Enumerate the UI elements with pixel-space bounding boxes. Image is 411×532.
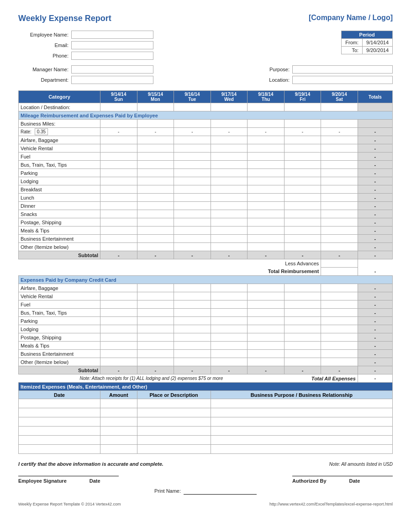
less-advances-row: Less Advances xyxy=(19,259,393,268)
expense-table: Category 9/14/14 Sun 9/15/14 Mon 9/16/14… xyxy=(18,90,393,454)
employee-info-section: Employee Name: Email: Phone: Period From… xyxy=(18,31,393,61)
loc-sun[interactable] xyxy=(100,103,137,111)
authorized-by-label: Authorized By xyxy=(292,478,327,484)
total-reimb-value xyxy=(321,268,358,276)
department-input[interactable] xyxy=(71,76,153,84)
phone-label: Phone: xyxy=(18,53,68,58)
employee-sig-block: Employee Signature Date xyxy=(18,476,119,484)
signature-section: Employee Signature Date Authorized By Da… xyxy=(18,476,393,484)
from-value[interactable]: 9/14/2014 xyxy=(363,39,393,47)
total-reimb-label: Total Reimbursement xyxy=(19,268,321,276)
email-input[interactable] xyxy=(71,41,153,49)
authorized-sig-block: Authorized By Date xyxy=(292,476,393,484)
total-reimb-dash: - xyxy=(358,268,392,276)
s2-item-8: Business Entertainment - xyxy=(19,350,393,358)
total-reimbursement-row: Total Reimbursement - xyxy=(19,268,393,276)
location-label: Location: xyxy=(239,77,290,83)
itemized-row-6 xyxy=(19,445,393,454)
department-label: Department: xyxy=(18,77,68,83)
print-name-input[interactable] xyxy=(184,487,257,495)
itemized-row-3 xyxy=(19,417,393,427)
s1-item-10: Postage, Shipping - xyxy=(19,218,393,226)
employee-name-input[interactable] xyxy=(71,31,153,39)
bm-thu[interactable] xyxy=(248,120,285,128)
s2-item-2: Fuel - xyxy=(19,300,393,309)
totals-header: Totals xyxy=(358,91,392,103)
less-advances-input[interactable] xyxy=(321,259,358,268)
day-header-3: 9/17/14 Wed xyxy=(211,91,248,103)
bm-mon[interactable] xyxy=(137,120,174,128)
rate-total: - xyxy=(358,128,392,136)
day-header-1: 9/15/14 Mon xyxy=(137,91,174,103)
rate-value[interactable]: 0.35 xyxy=(35,128,48,135)
note-usd: Note: All amounts listed in USD xyxy=(329,462,393,467)
bm-wed[interactable] xyxy=(211,120,248,128)
loc-thu[interactable] xyxy=(248,103,285,111)
itemized-date-header: Date xyxy=(19,391,100,399)
s1-subtotal-row: Subtotal - - - - - - - - xyxy=(19,251,393,259)
footer-left: Weekly Expense Report Template © 2014 Ve… xyxy=(18,502,121,506)
note-row: Note: Attach receipts for (1) ALL lodgin… xyxy=(19,374,393,383)
day-header-5: 9/19/14 Fri xyxy=(284,91,321,103)
to-label: To: xyxy=(342,47,363,54)
rate-fri: - xyxy=(284,128,321,136)
employee-sig-line xyxy=(18,476,119,476)
employee-name-label: Employee Name: xyxy=(18,32,68,37)
bm-fri[interactable] xyxy=(284,120,321,128)
company-name: [Company Name / Logo] xyxy=(309,14,393,22)
employee-fields: Employee Name: Email: Phone: xyxy=(18,31,153,61)
business-miles-row: Business Miles: xyxy=(19,120,393,128)
itemized-row-1 xyxy=(19,399,393,408)
s2-item-3: Bus, Train, Taxi, Tips - xyxy=(19,309,393,317)
loc-fri[interactable] xyxy=(284,103,321,111)
location-input[interactable] xyxy=(292,76,393,84)
column-header-row: Category 9/14/14 Sun 9/15/14 Mon 9/16/14… xyxy=(19,91,393,103)
purpose-label: Purpose: xyxy=(239,67,290,72)
email-row: Email: xyxy=(18,41,153,49)
s2-item-6: Postage, Shipping - xyxy=(19,333,393,342)
bm-sat[interactable] xyxy=(321,120,358,128)
business-miles-label: Business Miles: xyxy=(19,120,100,128)
rate-sun: - xyxy=(100,128,137,136)
purpose-location-fields: Purpose: Location: xyxy=(239,65,393,85)
bm-tue[interactable] xyxy=(174,120,211,128)
s2-item-9: Other (Itemize below) - xyxy=(19,358,393,366)
loc-wed[interactable] xyxy=(211,103,248,111)
s1-item-11: Meals & Tips - xyxy=(19,226,393,235)
day-header-0: 9/14/14 Sun xyxy=(100,91,137,103)
s1-item-7: Lunch - xyxy=(19,194,393,202)
bm-sun[interactable] xyxy=(100,120,137,128)
purpose-input[interactable] xyxy=(292,65,393,74)
itemized-sub-header-row: Date Amount Place or Description Busines… xyxy=(19,391,393,399)
s1-item-4: Parking - xyxy=(19,169,393,177)
location-row: Location: xyxy=(239,76,393,84)
s1-item-6: Breakfast - xyxy=(19,185,393,194)
s2-subtotal-row: Subtotal - - - - - - - - xyxy=(19,366,393,374)
s1-label-0: Airfare, Baggage xyxy=(19,136,100,144)
print-name-label: Print Name: xyxy=(154,488,181,494)
loc-tue[interactable] xyxy=(174,103,211,111)
day-header-6: 9/20/14 Sat xyxy=(321,91,358,103)
certify-section: I certify that the above information is … xyxy=(18,461,393,467)
employee-date-label: Date xyxy=(90,478,100,484)
s2-subtotal-label: Subtotal xyxy=(19,366,100,374)
s1-item-13: Other (Itemize below) - xyxy=(19,243,393,251)
s1-item-1: Vehicle Rental - xyxy=(19,144,393,153)
rate-row: Rate: 0.35 - - - - - - - - xyxy=(19,128,393,136)
manager-name-input[interactable] xyxy=(71,65,153,74)
total-all-value: - xyxy=(358,374,392,383)
s1-item-8: Dinner - xyxy=(19,202,393,210)
s2-item-0: Airfare, Baggage - xyxy=(19,284,393,292)
itemized-amount-header: Amount xyxy=(100,391,137,399)
to-value[interactable]: 9/20/2014 xyxy=(363,47,393,54)
itemized-row-2 xyxy=(19,408,393,417)
authorized-sig-line xyxy=(292,476,393,476)
location-dest-label: Location / Destination: xyxy=(19,103,100,111)
certify-text: I certify that the above information is … xyxy=(18,461,163,467)
manager-name-row: Manager Name: xyxy=(18,65,153,74)
phone-input[interactable] xyxy=(71,52,153,60)
s1-item-3: Bus, Train, Taxi, Tips - xyxy=(19,161,393,169)
loc-mon[interactable] xyxy=(137,103,174,111)
loc-sat[interactable] xyxy=(321,103,358,111)
rate-mon: - xyxy=(137,128,174,136)
